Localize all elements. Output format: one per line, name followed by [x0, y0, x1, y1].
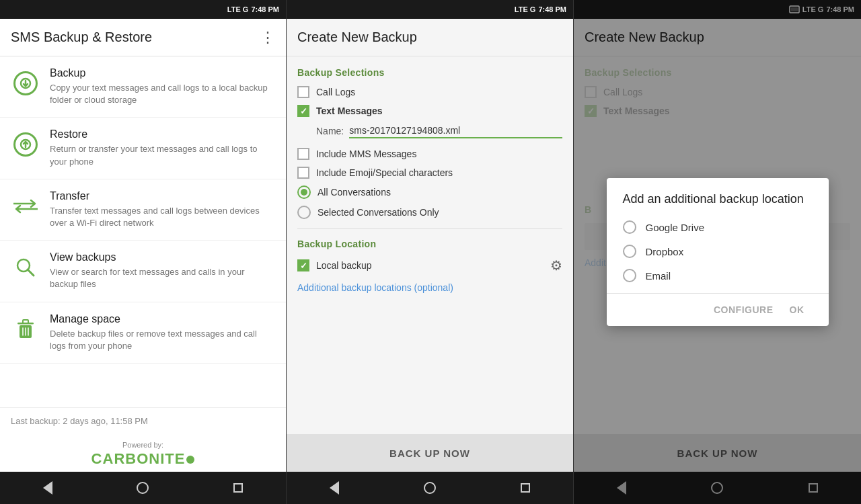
back-button-middle[interactable]	[321, 474, 348, 501]
back-button-left[interactable]	[34, 474, 61, 501]
email-label: Email	[646, 270, 671, 282]
carbonite-logo: CARBONITE	[91, 450, 195, 467]
menu-item-transfer[interactable]: Transfer Transfer text messages and call…	[0, 179, 286, 241]
restore-icon	[13, 132, 38, 157]
status-icons-left: LTE G 7:48 PM	[227, 5, 279, 13]
manage-space-text: Manage space Delete backup files or remo…	[50, 313, 275, 352]
additional-backup-link-middle[interactable]: Additional backup locations (optional)	[297, 282, 453, 293]
home-button-middle[interactable]	[416, 474, 443, 501]
svg-line-5	[28, 269, 34, 276]
app-bar-left: SMS Backup & Restore ⋮	[0, 19, 286, 56]
backup-desc: Copy your text messages and call logs to…	[50, 82, 275, 106]
backup-icon	[13, 71, 38, 95]
menu-item-restore[interactable]: Restore Return or transfer your text mes…	[0, 118, 286, 179]
include-emoji-row[interactable]: Include Emoji/Special characters	[297, 167, 562, 179]
section-divider	[297, 228, 562, 229]
include-mms-label: Include MMS Messages	[316, 149, 416, 159]
local-backup-gear-icon[interactable]: ⚙	[550, 257, 562, 274]
name-row: Name:	[316, 124, 562, 138]
carrier-middle: LTE G	[515, 5, 536, 13]
transfer-text: Transfer Transfer text messages and call…	[50, 190, 275, 229]
add-backup-location-dialog: Add an additional backup location Google…	[607, 178, 829, 326]
home-icon-middle	[424, 482, 436, 494]
local-backup-checkbox[interactable]: ✓	[297, 259, 309, 271]
view-backups-title: View backups	[50, 251, 275, 263]
google-drive-radio[interactable]	[623, 220, 636, 234]
include-emoji-label: Include Emoji/Special characters	[316, 167, 453, 178]
menu-item-view-backups[interactable]: View backups View or search for text mes…	[0, 241, 286, 302]
text-messages-row[interactable]: ✓ Text Messages	[297, 105, 562, 117]
status-bar-left: LTE G 7:48 PM	[0, 0, 286, 19]
google-drive-row[interactable]: Google Drive	[623, 220, 813, 234]
configure-button[interactable]: CONFIGURE	[706, 299, 782, 321]
local-backup-checkmark: ✓	[300, 261, 307, 270]
selected-conversations-row[interactable]: Selected Conversations Only	[297, 206, 562, 219]
app-bar-middle: Create New Backup	[287, 19, 573, 56]
recents-icon-middle	[521, 483, 530, 493]
dialog-overlay: Add an additional backup location Google…	[574, 0, 861, 504]
local-backup-row: ✓ Local backup ⚙	[297, 257, 562, 274]
text-messages-checkbox[interactable]: ✓	[297, 105, 309, 117]
overflow-menu-button[interactable]: ⋮	[260, 29, 275, 46]
checkmark-icon: ✓	[300, 107, 307, 116]
backup-now-button-middle[interactable]: BACK UP NOW	[287, 434, 573, 472]
nav-bar-left	[0, 472, 286, 504]
restore-title: Restore	[50, 128, 275, 140]
radio-selected-icon	[301, 189, 307, 196]
backup-name-input[interactable]	[349, 124, 562, 138]
include-emoji-checkbox[interactable]	[297, 167, 309, 179]
all-conversations-radio[interactable]	[297, 185, 311, 199]
backup-icon-wrap	[11, 69, 40, 98]
recents-button-left[interactable]	[225, 474, 252, 501]
view-backups-icon-wrap	[11, 253, 40, 282]
app-title-left: SMS Backup & Restore	[11, 30, 152, 45]
additional-link-middle-wrap: Additional backup locations (optional)	[297, 282, 562, 294]
transfer-title: Transfer	[50, 190, 275, 202]
include-mms-row[interactable]: Include MMS Messages	[297, 148, 562, 160]
status-icons-middle: LTE G 7:48 PM	[515, 5, 566, 13]
local-backup-checkbox-row[interactable]: ✓ Local backup	[297, 259, 550, 271]
email-row[interactable]: Email	[623, 269, 813, 282]
backup-text: Backup Copy your text messages and call …	[50, 67, 275, 106]
app-title-middle: Create New Backup	[297, 30, 417, 45]
svg-rect-8	[23, 320, 28, 323]
main-menu-list: Backup Copy your text messages and call …	[0, 56, 286, 407]
dialog-title: Add an additional backup location	[623, 192, 813, 207]
call-logs-row[interactable]: Call Logs	[297, 86, 562, 98]
transfer-icon	[13, 198, 38, 214]
powered-by-label: Powered by:	[11, 441, 275, 449]
dialog-actions: CONFIGURE OK	[623, 294, 813, 326]
trash-icon	[16, 319, 35, 340]
name-label: Name:	[316, 126, 344, 136]
backup-title: Backup	[50, 67, 275, 79]
middle-panel: LTE G 7:48 PM Create New Backup Backup S…	[287, 0, 574, 504]
view-backups-desc: View or search for text messages and cal…	[50, 266, 275, 290]
manage-space-title: Manage space	[50, 313, 275, 325]
selected-conversations-label: Selected Conversations Only	[317, 207, 439, 218]
time-left: 7:48 PM	[251, 5, 279, 13]
ok-button[interactable]: OK	[782, 299, 813, 321]
all-conversations-row[interactable]: All Conversations	[297, 185, 562, 199]
home-button-left[interactable]	[129, 474, 156, 501]
manage-space-icon-wrap	[11, 314, 40, 344]
transfer-icon-wrap	[11, 192, 40, 221]
call-logs-checkbox[interactable]	[297, 86, 309, 98]
backup-selections-title: Backup Selections	[297, 67, 562, 78]
carbonite-footer: Powered by: CARBONITE	[0, 434, 286, 472]
dropbox-radio[interactable]	[623, 245, 636, 258]
restore-desc: Return or transfer your text messages an…	[50, 143, 275, 167]
dropbox-row[interactable]: Dropbox	[623, 245, 813, 258]
email-radio[interactable]	[623, 269, 636, 282]
selected-conversations-radio[interactable]	[297, 206, 311, 219]
menu-item-manage-space[interactable]: Manage space Delete backup files or remo…	[0, 302, 286, 364]
dropbox-label: Dropbox	[646, 246, 684, 257]
status-bar-middle: LTE G 7:48 PM	[287, 0, 573, 19]
recents-button-middle[interactable]	[512, 474, 539, 501]
menu-item-backup[interactable]: Backup Copy your text messages and call …	[0, 56, 286, 118]
home-icon-left	[137, 482, 149, 494]
include-mms-checkbox[interactable]	[297, 148, 309, 160]
back-icon-middle	[330, 481, 339, 495]
text-messages-label: Text Messages	[316, 106, 383, 116]
time-middle: 7:48 PM	[538, 5, 566, 13]
call-logs-label: Call Logs	[316, 87, 355, 97]
